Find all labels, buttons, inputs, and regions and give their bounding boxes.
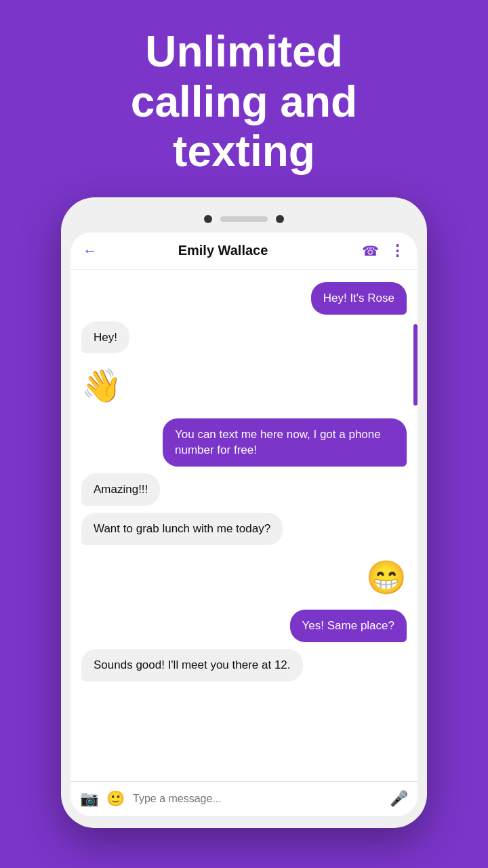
message-row-6: Want to grab lunch with me today? xyxy=(81,513,407,545)
phone-notch xyxy=(70,210,418,233)
message-row-1: Hey! It's Rose xyxy=(81,282,407,315)
hero-line1: Unlimited xyxy=(145,27,343,76)
message-row-8: Yes! Same place? xyxy=(81,610,407,642)
hero-section: Unlimited calling and texting xyxy=(0,0,488,197)
messages-area: Hey! It's Rose Hey! 👋 You can text me he… xyxy=(70,270,418,781)
contact-name: Emily Wallace xyxy=(91,243,355,258)
bubble-received-2: Hey! xyxy=(81,321,129,354)
camera-left xyxy=(204,215,212,223)
call-icon[interactable]: ☎ xyxy=(362,243,379,259)
mic-icon[interactable]: 🎤 xyxy=(390,790,408,808)
camera-right xyxy=(276,215,284,223)
message-input-area: 📷 🙂 🎤 xyxy=(70,781,418,816)
bubble-received-5: Amazing!!! xyxy=(81,473,160,506)
bubble-sent-7: 😁 xyxy=(366,552,407,603)
chat-header: ← Emily Wallace ☎ ⋮ xyxy=(70,233,418,270)
bubble-sent-8: Yes! Same place? xyxy=(290,610,407,642)
camera-icon[interactable]: 📷 xyxy=(80,790,98,808)
message-input[interactable] xyxy=(133,793,382,805)
bubble-received-6: Want to grab lunch with me today? xyxy=(81,513,283,545)
phone-wrapper: ← Emily Wallace ☎ ⋮ Hey! It's Rose Hey! … xyxy=(61,197,427,828)
message-row-5: Amazing!!! xyxy=(81,473,407,506)
speaker-bar xyxy=(220,216,268,222)
more-menu-icon[interactable]: ⋮ xyxy=(390,242,405,260)
hero-line3: texting xyxy=(173,127,315,176)
bubble-sent-4: You can text me here now, I got a phone … xyxy=(163,418,407,467)
message-row-9: Sounds good! I'll meet you there at 12. xyxy=(81,649,407,682)
phone-screen: ← Emily Wallace ☎ ⋮ Hey! It's Rose Hey! … xyxy=(70,233,418,816)
emoji-icon[interactable]: 🙂 xyxy=(106,790,125,808)
message-row-2: Hey! xyxy=(81,321,407,354)
hero-line2: calling and xyxy=(131,77,357,126)
bubble-received-9: Sounds good! I'll meet you there at 12. xyxy=(81,649,303,682)
message-row-4: You can text me here now, I got a phone … xyxy=(81,418,407,467)
scroll-indicator xyxy=(413,324,418,406)
message-row-7: 😁 xyxy=(81,552,407,603)
header-icons: ☎ ⋮ xyxy=(362,242,405,260)
bubble-received-3: 👋 xyxy=(81,360,122,411)
bubble-sent-1: Hey! It's Rose xyxy=(311,282,407,315)
message-row-3: 👋 xyxy=(81,360,407,411)
